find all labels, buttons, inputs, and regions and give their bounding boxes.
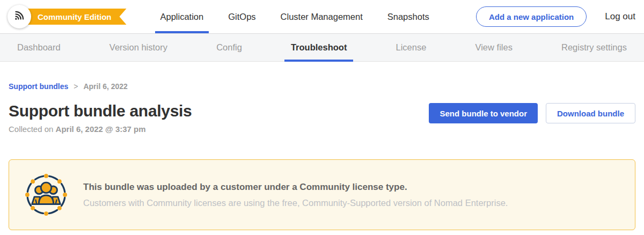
notice-subtitle: Customers with Community licenses are us… [83,198,508,208]
page-header-text: Support bundle analysis Collected on Apr… [9,102,192,134]
subnav-item-label: Dashboard [17,42,61,53]
page-title: Support bundle analysis [9,102,192,120]
topnav-item-label: GitOps [228,12,255,22]
top-navbar: Community Edition Application GitOps Clu… [0,0,644,33]
app-logo[interactable] [8,5,31,28]
subnav-item-label: Config [216,42,242,53]
community-edition-badge: Community Edition [17,9,127,25]
subnav-item-label: Troubleshoot [291,42,347,53]
breadcrumb-current: April 6, 2022 [83,82,128,91]
collected-prefix: Collected on [9,124,56,134]
subnav-item-license[interactable]: License [395,34,428,61]
topnav-item-application[interactable]: Application [158,0,206,33]
subnav-item-version-history[interactable]: Version history [108,34,169,61]
notice-text: This bundle was uploaded by a customer u… [83,182,508,208]
app-subnav: Dashboard Version history Config Trouble… [0,33,644,62]
topnav-items: Application GitOps Cluster Management Sn… [148,0,442,33]
subnav-item-view-files[interactable]: View files [474,34,514,61]
community-edition-badge-label: Community Edition [38,12,112,21]
header-actions: Send bundle to vendor Download bundle [429,103,635,123]
topnav-right: Add a new application Log out [476,6,635,27]
breadcrumb: Support bundles > April 6, 2022 [9,82,635,91]
community-license-icon [25,174,67,216]
download-bundle-button[interactable]: Download bundle [546,103,635,123]
breadcrumb-support-bundles-link[interactable]: Support bundles [9,82,68,91]
brand: Community Edition [8,5,127,28]
page-header: Support bundle analysis Collected on Apr… [9,102,635,134]
topnav-item-label: Application [160,12,204,22]
subnav-item-label: View files [475,42,513,53]
subnav-item-registry-settings[interactable]: Registry settings [560,34,628,61]
replicated-logo-icon [12,9,26,25]
subnav-item-dashboard[interactable]: Dashboard [16,34,62,61]
collected-timestamp: Collected on April 6, 2022 @ 3:37 pm [9,124,192,134]
subnav-item-config[interactable]: Config [215,34,243,61]
add-new-application-button[interactable]: Add a new application [476,6,587,27]
topnav-item-label: Cluster Management [281,12,363,22]
send-bundle-to-vendor-button[interactable]: Send bundle to vendor [429,103,538,123]
breadcrumb-separator: > [74,82,78,91]
logout-link[interactable]: Log out [605,11,635,22]
subnav-item-label: Registry settings [561,42,627,53]
notice-title: This bundle was uploaded by a customer u… [83,182,508,193]
subnav-item-troubleshoot[interactable]: Troubleshoot [290,34,348,61]
page-content: Support bundles > April 6, 2022 Support … [0,62,644,230]
topnav-item-snapshots[interactable]: Snapshots [385,0,431,33]
topnav-item-cluster-management[interactable]: Cluster Management [279,0,365,33]
topnav-item-gitops[interactable]: GitOps [226,0,258,33]
subnav-item-label: License [396,42,427,53]
topnav-item-label: Snapshots [387,12,429,22]
subnav-item-label: Version history [109,42,167,53]
community-license-notice: This bundle was uploaded by a customer u… [9,159,635,230]
collected-value: April 6, 2022 @ 3:37 pm [56,124,146,134]
